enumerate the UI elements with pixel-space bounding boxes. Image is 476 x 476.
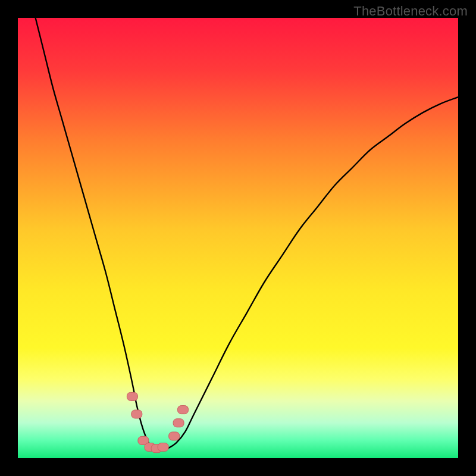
curve-marker xyxy=(173,419,184,427)
curve-marker xyxy=(169,432,180,440)
curve-marker xyxy=(158,443,168,452)
curve-marker xyxy=(178,406,189,414)
chart-frame: TheBottleneck.com xyxy=(0,0,476,476)
chart-background xyxy=(18,18,458,458)
chart-plot-area xyxy=(18,18,458,458)
chart-svg xyxy=(18,18,458,458)
watermark-text: TheBottleneck.com xyxy=(353,4,468,19)
curve-marker xyxy=(127,392,137,400)
curve-marker xyxy=(131,410,142,418)
